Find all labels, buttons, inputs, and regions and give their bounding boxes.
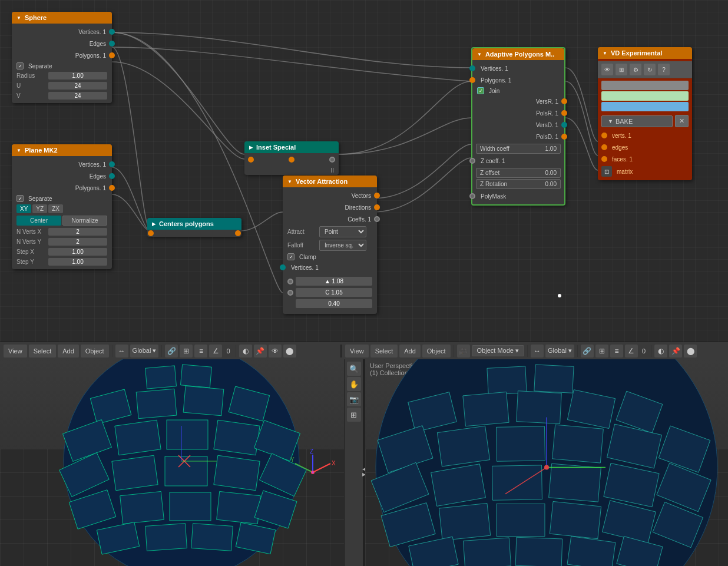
socket-plane-vertices-out[interactable]: [109, 161, 115, 167]
adaptive-zrotation[interactable]: Z Rotation0.00: [476, 179, 561, 189]
bake-x-button[interactable]: ✕: [675, 115, 689, 127]
adaptive-collapse-icon[interactable]: ▼: [477, 52, 482, 57]
socket-vector-vectors-out[interactable]: [374, 193, 380, 198]
vector-val3[interactable]: 0.40: [296, 299, 372, 308]
view-btn-left[interactable]: View: [4, 345, 27, 358]
socket-adaptive-polygons-in[interactable]: [469, 77, 475, 83]
socket-plane-edges-out[interactable]: [109, 173, 115, 179]
plane-stepy-value[interactable]: 1.00: [48, 258, 107, 266]
plane-collapse-icon[interactable]: ▼: [16, 148, 21, 153]
global-dropdown-left[interactable]: Global ▾: [130, 345, 159, 358]
socket-vd-faces-in[interactable]: [601, 156, 607, 162]
adaptive-width-coeff[interactable]: Width coeff1.00: [476, 144, 561, 154]
socket-centers-in[interactable]: [148, 230, 154, 236]
socket-vector-val1-in[interactable]: [287, 279, 293, 284]
socket-vector-coeffs-out[interactable]: [374, 216, 380, 222]
socket-sphere-polygons-out[interactable]: [109, 52, 115, 58]
grid-icon-left[interactable]: ⊞: [180, 345, 193, 358]
plane-stepx-value[interactable]: 1.00: [48, 248, 107, 256]
camera-icon-right[interactable]: 🎥: [457, 345, 470, 358]
vector-attract-select[interactable]: Point: [319, 226, 366, 237]
socket-vector-vertices-in[interactable]: [280, 264, 286, 270]
snap-icon-right[interactable]: ≡: [610, 345, 623, 358]
eye-icon-left[interactable]: 👁: [269, 345, 282, 358]
adaptive-join-checkbox[interactable]: [477, 87, 484, 94]
adaptive-zoffset[interactable]: Z offset0.00: [476, 168, 561, 178]
socket-sphere-vertices-out[interactable]: [109, 29, 115, 35]
vd-grid-icon[interactable]: ⊞: [616, 64, 627, 75]
chain-icon-left[interactable]: 🔗: [165, 345, 178, 358]
axis-yz-btn[interactable]: YZ: [32, 204, 47, 213]
socket-sphere-edges-out[interactable]: [109, 41, 115, 47]
socket-vector-val2-in[interactable]: [287, 290, 293, 296]
transform-icon-left[interactable]: ↔: [115, 345, 128, 358]
socket-inset-out-1[interactable]: [289, 157, 294, 163]
socket-inset-out-2[interactable]: [329, 157, 335, 163]
socket-adaptive-zcoeff-in[interactable]: [469, 158, 475, 164]
sphere-icon-left[interactable]: ⬤: [283, 345, 296, 358]
pin-icon-right[interactable]: 📌: [669, 345, 682, 358]
object-mode-dropdown[interactable]: Object Mode ▾: [472, 345, 524, 356]
vector-val1[interactable]: ▲ 1.08: [296, 277, 372, 286]
socket-adaptive-polsr-out[interactable]: [561, 110, 567, 116]
add-btn-left[interactable]: Add: [58, 345, 79, 358]
vector-clamp-checkbox[interactable]: [287, 253, 294, 260]
sphere-u-value[interactable]: 24: [48, 82, 107, 90]
vd-help-icon[interactable]: ?: [658, 64, 670, 75]
vector-val2[interactable]: C 1.05: [296, 288, 372, 297]
socket-centers-out[interactable]: [235, 230, 241, 236]
angle-icon-right[interactable]: ∠: [625, 345, 638, 358]
global-dropdown-right[interactable]: Global ▾: [545, 345, 574, 358]
chain-icon-right[interactable]: 🔗: [581, 345, 594, 358]
tool-grid-left[interactable]: ⊞: [347, 408, 361, 422]
bake-button[interactable]: ▼ BAKE: [601, 115, 673, 127]
axis-xy-btn[interactable]: XY: [16, 204, 31, 213]
grid-icon-right[interactable]: ⊞: [595, 345, 608, 358]
socket-adaptive-versr-out[interactable]: [561, 98, 567, 104]
vd-eye-icon[interactable]: 👁: [601, 64, 613, 75]
vd-collapse-icon[interactable]: ▼: [603, 51, 607, 56]
sphere-collapse-icon[interactable]: ▼: [16, 15, 21, 21]
add-btn-right[interactable]: Add: [399, 345, 421, 358]
select-btn-left[interactable]: Select: [29, 345, 57, 358]
tool-hand-left[interactable]: ✋: [347, 377, 361, 391]
socket-adaptive-vertices-in[interactable]: [469, 65, 475, 71]
sphere-icon-right[interactable]: ⬤: [684, 345, 697, 358]
view-btn-right[interactable]: View: [345, 345, 369, 358]
plane-nvy-value[interactable]: 2: [48, 238, 107, 246]
socket-adaptive-versd-out[interactable]: [561, 122, 567, 128]
sphere-v-value[interactable]: 24: [48, 92, 107, 100]
normalize-btn[interactable]: Normalize: [62, 216, 107, 226]
axis-zx-btn[interactable]: ZX: [48, 204, 63, 213]
vd-refresh-icon[interactable]: ↻: [644, 64, 656, 75]
falloff-icon-left[interactable]: ◐: [239, 345, 252, 358]
centers-collapse-icon[interactable]: ▶: [152, 221, 155, 227]
select-btn-right[interactable]: Select: [370, 345, 398, 358]
sphere-separate-checkbox[interactable]: [16, 62, 24, 69]
transform-icon-right[interactable]: ↔: [531, 345, 544, 358]
inset-collapse-icon[interactable]: ▶: [249, 145, 253, 150]
plane-nvx-value[interactable]: 2: [48, 228, 107, 236]
viewport-right[interactable]: User Perspective (1) Collection: [365, 359, 728, 566]
object-btn-right[interactable]: Object: [422, 345, 451, 358]
vector-collapse-icon[interactable]: ▼: [287, 179, 292, 184]
falloff-icon-right[interactable]: ◐: [654, 345, 667, 358]
angle-icon-left[interactable]: ∠: [209, 345, 222, 358]
snap-icon-left[interactable]: ≡: [194, 345, 207, 358]
socket-plane-polygons-out[interactable]: [109, 185, 115, 191]
socket-vd-verts-in[interactable]: [601, 133, 607, 138]
center-btn[interactable]: Center: [16, 216, 61, 226]
socket-vector-directions-out[interactable]: [374, 204, 380, 210]
socket-adaptive-polymask-in[interactable]: [469, 193, 475, 199]
pin-icon-left[interactable]: 📌: [254, 345, 267, 358]
object-btn-left[interactable]: Object: [81, 345, 109, 358]
viewport-left[interactable]: X Y Z 🔍 ✋ 📷 ⊞: [0, 359, 363, 566]
plane-separate-checkbox[interactable]: [16, 195, 24, 202]
socket-adaptive-polsd-out[interactable]: [561, 134, 567, 140]
tool-search-left[interactable]: 🔍: [347, 362, 361, 376]
vector-falloff-select[interactable]: Inverse sq..: [319, 240, 366, 251]
socket-vd-edges-in[interactable]: [601, 144, 607, 150]
socket-inset-in[interactable]: [248, 157, 254, 163]
vd-gear-icon[interactable]: ⚙: [630, 64, 641, 75]
tool-camera-left[interactable]: 📷: [347, 392, 361, 406]
